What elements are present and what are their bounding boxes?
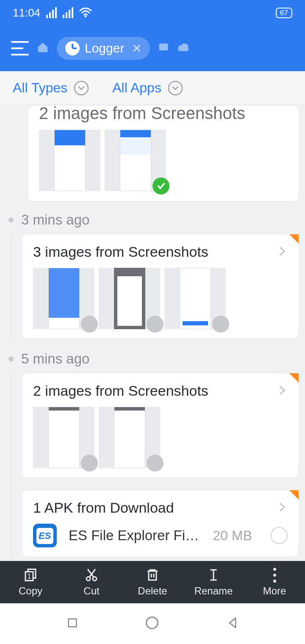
filter-types-label: All Types bbox=[13, 80, 67, 96]
log-card[interactable]: 2 images from Screenshots bbox=[22, 373, 299, 478]
time-label: 3 mins ago bbox=[21, 212, 89, 228]
svg-point-8 bbox=[147, 617, 158, 629]
action-label: Copy bbox=[19, 585, 42, 597]
action-label: Rename bbox=[194, 585, 233, 597]
file-size: 20 MB bbox=[213, 528, 252, 544]
thumbnail[interactable] bbox=[39, 130, 100, 191]
select-circle[interactable] bbox=[81, 455, 98, 472]
nav-home-button[interactable] bbox=[144, 615, 160, 632]
select-circle[interactable] bbox=[212, 316, 229, 333]
time-label: 5 mins ago bbox=[21, 351, 89, 367]
action-bar: 1 Copy Cut Delete Rename More bbox=[0, 561, 305, 603]
log-card[interactable]: 1 APK from Download ES ES File Explorer … bbox=[22, 490, 299, 557]
svg-rect-1 bbox=[159, 44, 168, 50]
select-circle[interactable] bbox=[81, 316, 98, 333]
clock-icon bbox=[65, 41, 80, 56]
signal-2-icon bbox=[63, 7, 73, 18]
content-scroll[interactable]: 2 images from Screenshots 3 mins ago 3 i… bbox=[0, 105, 305, 561]
card-title: 2 images from Screenshots bbox=[39, 105, 288, 123]
window-icon[interactable] bbox=[158, 42, 169, 55]
arrow-right-icon bbox=[277, 385, 288, 397]
svg-point-5 bbox=[86, 577, 90, 581]
thumbnail[interactable] bbox=[99, 407, 160, 468]
rename-button[interactable]: Rename bbox=[183, 561, 244, 603]
app-bar: Logger ✕ bbox=[0, 25, 305, 71]
close-tab-icon[interactable]: ✕ bbox=[132, 42, 141, 56]
svg-point-0 bbox=[85, 15, 87, 17]
copy-button[interactable]: 1 Copy bbox=[0, 561, 61, 603]
cut-button[interactable]: Cut bbox=[61, 561, 122, 603]
arrow-right-icon bbox=[277, 246, 288, 258]
time-marker: 5 mins ago bbox=[6, 351, 299, 367]
filter-bar: All Types All Apps bbox=[0, 71, 305, 105]
status-bar: 11:04 67 bbox=[0, 0, 305, 25]
thumbnail[interactable] bbox=[164, 268, 226, 329]
filter-apps-label: All Apps bbox=[112, 80, 161, 96]
tab-logger[interactable]: Logger ✕ bbox=[57, 37, 150, 60]
arrow-right-icon bbox=[277, 502, 288, 514]
system-nav-bar bbox=[0, 603, 305, 644]
app-icon: ES bbox=[33, 524, 57, 547]
battery-icon: 67 bbox=[276, 8, 292, 18]
wifi-icon bbox=[79, 8, 92, 18]
svg-text:1: 1 bbox=[28, 572, 31, 580]
log-card[interactable]: 2 images from Screenshots bbox=[28, 105, 299, 202]
more-icon bbox=[273, 568, 276, 583]
thumbnail[interactable] bbox=[33, 407, 94, 468]
nav-recent-button[interactable] bbox=[66, 616, 79, 631]
card-title: 2 images from Screenshots bbox=[33, 383, 208, 399]
file-name: ES File Explorer File Ma… bbox=[69, 527, 201, 544]
menu-button[interactable] bbox=[11, 41, 29, 56]
filter-types[interactable]: All Types bbox=[13, 80, 89, 96]
thumbnail[interactable] bbox=[105, 130, 166, 191]
action-label: Delete bbox=[138, 585, 167, 597]
time-marker: 3 mins ago bbox=[6, 212, 299, 228]
delete-button[interactable]: Delete bbox=[122, 561, 183, 603]
thumbnail[interactable] bbox=[33, 268, 94, 329]
action-label: More bbox=[263, 585, 286, 597]
select-circle[interactable] bbox=[271, 527, 288, 544]
svg-point-6 bbox=[93, 577, 97, 581]
check-icon bbox=[152, 178, 169, 194]
log-card[interactable]: 3 images from Screenshots bbox=[22, 234, 299, 339]
tab-label: Logger bbox=[85, 41, 124, 56]
action-label: Cut bbox=[83, 585, 99, 597]
home-icon[interactable] bbox=[36, 41, 49, 56]
chevron-down-icon bbox=[168, 81, 183, 95]
cloud-icon[interactable] bbox=[177, 42, 190, 54]
thumbnail[interactable] bbox=[99, 268, 160, 329]
file-row[interactable]: ES ES File Explorer File Ma… 20 MB bbox=[33, 524, 288, 547]
chevron-down-icon bbox=[74, 81, 89, 95]
signal-1-icon bbox=[46, 7, 57, 18]
card-title: 1 APK from Download bbox=[33, 500, 174, 516]
select-circle[interactable] bbox=[147, 316, 164, 333]
filter-apps[interactable]: All Apps bbox=[112, 80, 183, 96]
svg-rect-7 bbox=[68, 619, 76, 627]
more-button[interactable]: More bbox=[244, 561, 305, 603]
card-title: 3 images from Screenshots bbox=[33, 244, 208, 260]
status-time: 11:04 bbox=[13, 6, 40, 19]
nav-back-button[interactable] bbox=[225, 616, 240, 632]
select-circle[interactable] bbox=[147, 455, 164, 472]
